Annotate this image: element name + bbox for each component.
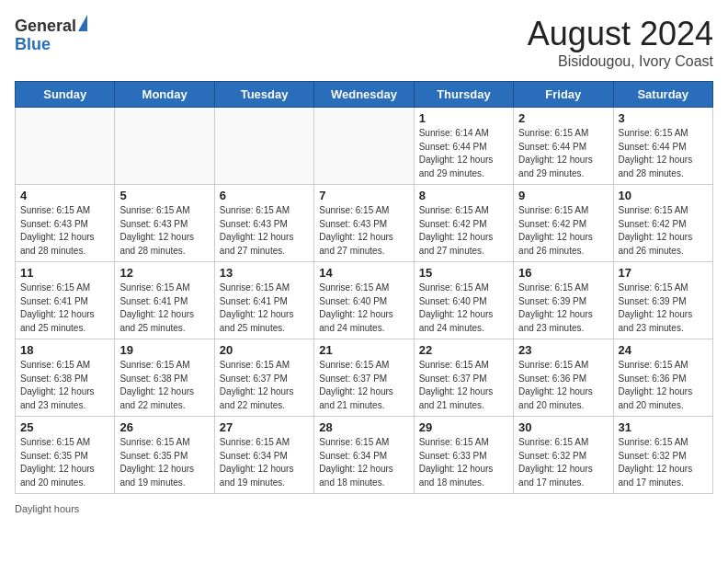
calendar-day-cell: 11Sunrise: 6:15 AM Sunset: 6:41 PM Dayli… [16, 262, 115, 339]
calendar-day-cell: 29Sunrise: 6:15 AM Sunset: 6:33 PM Dayli… [414, 417, 513, 494]
day-number: 28 [319, 420, 408, 434]
logo-triangle-icon [78, 15, 87, 31]
calendar-day-cell: 4Sunrise: 6:15 AM Sunset: 6:43 PM Daylig… [16, 185, 115, 262]
day-info: Sunrise: 6:15 AM Sunset: 6:42 PM Dayligh… [619, 204, 708, 258]
footer: Daylight hours [15, 503, 713, 514]
calendar-day-header: Tuesday [214, 82, 313, 108]
day-info: Sunrise: 6:15 AM Sunset: 6:37 PM Dayligh… [419, 359, 508, 412]
day-info: Sunrise: 6:15 AM Sunset: 6:39 PM Dayligh… [518, 282, 608, 335]
day-info: Sunrise: 6:15 AM Sunset: 6:43 PM Dayligh… [20, 204, 109, 258]
calendar-week-row: 18Sunrise: 6:15 AM Sunset: 6:38 PM Dayli… [16, 339, 713, 417]
day-info: Sunrise: 6:15 AM Sunset: 6:35 PM Dayligh… [20, 436, 109, 489]
day-number: 17 [619, 266, 708, 280]
day-number: 16 [518, 266, 608, 280]
calendar-day-cell: 12Sunrise: 6:15 AM Sunset: 6:41 PM Dayli… [115, 262, 214, 339]
day-info: Sunrise: 6:15 AM Sunset: 6:34 PM Dayligh… [319, 436, 408, 489]
calendar-day-cell: 24Sunrise: 6:15 AM Sunset: 6:36 PM Dayli… [613, 339, 712, 417]
calendar-day-cell: 13Sunrise: 6:15 AM Sunset: 6:41 PM Dayli… [214, 262, 313, 339]
day-info: Sunrise: 6:15 AM Sunset: 6:40 PM Dayligh… [319, 282, 408, 335]
calendar-day-cell: 31Sunrise: 6:15 AM Sunset: 6:32 PM Dayli… [613, 417, 712, 494]
day-info: Sunrise: 6:14 AM Sunset: 6:44 PM Dayligh… [419, 127, 508, 180]
day-info: Sunrise: 6:15 AM Sunset: 6:37 PM Dayligh… [220, 359, 309, 412]
day-info: Sunrise: 6:15 AM Sunset: 6:36 PM Dayligh… [518, 359, 608, 412]
calendar-day-cell: 2Sunrise: 6:15 AM Sunset: 6:44 PM Daylig… [514, 108, 613, 185]
calendar-day-cell [314, 108, 414, 185]
day-info: Sunrise: 6:15 AM Sunset: 6:36 PM Dayligh… [619, 359, 708, 412]
day-number: 25 [20, 420, 109, 434]
calendar-day-cell: 20Sunrise: 6:15 AM Sunset: 6:37 PM Dayli… [214, 339, 313, 417]
calendar-table: SundayMondayTuesdayWednesdayThursdayFrid… [15, 81, 713, 494]
day-number: 4 [20, 189, 109, 202]
day-info: Sunrise: 6:15 AM Sunset: 6:41 PM Dayligh… [220, 282, 309, 335]
day-info: Sunrise: 6:15 AM Sunset: 6:44 PM Dayligh… [619, 127, 708, 180]
calendar-day-cell: 16Sunrise: 6:15 AM Sunset: 6:39 PM Dayli… [514, 262, 613, 339]
day-number: 22 [419, 343, 508, 357]
day-number: 7 [319, 189, 408, 202]
day-info: Sunrise: 6:15 AM Sunset: 6:38 PM Dayligh… [20, 359, 109, 412]
calendar-day-cell: 18Sunrise: 6:15 AM Sunset: 6:38 PM Dayli… [16, 339, 115, 417]
day-number: 15 [419, 266, 508, 280]
calendar-day-cell: 15Sunrise: 6:15 AM Sunset: 6:40 PM Dayli… [414, 262, 513, 339]
calendar-day-cell: 21Sunrise: 6:15 AM Sunset: 6:37 PM Dayli… [314, 339, 414, 417]
day-number: 21 [319, 343, 408, 357]
calendar-day-cell: 30Sunrise: 6:15 AM Sunset: 6:32 PM Dayli… [514, 417, 613, 494]
day-number: 18 [20, 343, 109, 357]
day-number: 10 [619, 189, 708, 202]
day-number: 31 [619, 420, 708, 434]
day-info: Sunrise: 6:15 AM Sunset: 6:43 PM Dayligh… [319, 204, 408, 258]
calendar-day-cell: 26Sunrise: 6:15 AM Sunset: 6:35 PM Dayli… [115, 417, 214, 494]
calendar-week-row: 4Sunrise: 6:15 AM Sunset: 6:43 PM Daylig… [16, 185, 713, 262]
calendar-day-cell: 19Sunrise: 6:15 AM Sunset: 6:38 PM Dayli… [115, 339, 214, 417]
calendar-day-cell: 7Sunrise: 6:15 AM Sunset: 6:43 PM Daylig… [314, 185, 414, 262]
day-info: Sunrise: 6:15 AM Sunset: 6:40 PM Dayligh… [419, 282, 508, 335]
calendar-header-row: SundayMondayTuesdayWednesdayThursdayFrid… [16, 82, 713, 108]
day-info: Sunrise: 6:15 AM Sunset: 6:43 PM Dayligh… [220, 204, 309, 258]
day-number: 20 [220, 343, 309, 357]
calendar-day-cell: 9Sunrise: 6:15 AM Sunset: 6:42 PM Daylig… [514, 185, 613, 262]
logo-blue-text: Blue [15, 36, 51, 54]
day-number: 27 [220, 420, 309, 434]
page-header: General Blue August 2024 Bisidougou, Ivo… [15, 15, 713, 70]
day-number: 19 [119, 343, 209, 357]
calendar-day-cell: 27Sunrise: 6:15 AM Sunset: 6:34 PM Dayli… [214, 417, 313, 494]
day-info: Sunrise: 6:15 AM Sunset: 6:42 PM Dayligh… [419, 204, 508, 258]
calendar-day-cell: 1Sunrise: 6:14 AM Sunset: 6:44 PM Daylig… [414, 108, 513, 185]
calendar-day-header: Saturday [613, 82, 712, 108]
calendar-day-cell: 23Sunrise: 6:15 AM Sunset: 6:36 PM Dayli… [514, 339, 613, 417]
calendar-day-cell: 28Sunrise: 6:15 AM Sunset: 6:34 PM Dayli… [314, 417, 414, 494]
day-info: Sunrise: 6:15 AM Sunset: 6:33 PM Dayligh… [419, 436, 508, 489]
day-number: 3 [619, 111, 708, 125]
calendar-day-cell: 14Sunrise: 6:15 AM Sunset: 6:40 PM Dayli… [314, 262, 414, 339]
calendar-day-cell: 8Sunrise: 6:15 AM Sunset: 6:42 PM Daylig… [414, 185, 513, 262]
day-number: 9 [518, 189, 608, 202]
calendar-day-header: Wednesday [314, 82, 414, 108]
calendar-day-cell: 17Sunrise: 6:15 AM Sunset: 6:39 PM Dayli… [613, 262, 712, 339]
day-number: 29 [419, 420, 508, 434]
day-number: 8 [419, 189, 508, 202]
calendar-week-row: 11Sunrise: 6:15 AM Sunset: 6:41 PM Dayli… [16, 262, 713, 339]
calendar-week-row: 1Sunrise: 6:14 AM Sunset: 6:44 PM Daylig… [16, 108, 713, 185]
day-number: 23 [518, 343, 608, 357]
day-number: 6 [220, 189, 309, 202]
day-number: 14 [319, 266, 408, 280]
calendar-day-header: Friday [514, 82, 613, 108]
day-number: 26 [119, 420, 209, 434]
day-info: Sunrise: 6:15 AM Sunset: 6:43 PM Dayligh… [119, 204, 209, 258]
logo: General Blue [15, 15, 87, 54]
day-info: Sunrise: 6:15 AM Sunset: 6:32 PM Dayligh… [518, 436, 608, 489]
day-info: Sunrise: 6:15 AM Sunset: 6:35 PM Dayligh… [119, 436, 209, 489]
day-number: 13 [220, 266, 309, 280]
day-number: 30 [518, 420, 608, 434]
calendar-day-cell: 25Sunrise: 6:15 AM Sunset: 6:35 PM Dayli… [16, 417, 115, 494]
day-info: Sunrise: 6:15 AM Sunset: 6:34 PM Dayligh… [220, 436, 309, 489]
calendar-day-cell: 10Sunrise: 6:15 AM Sunset: 6:42 PM Dayli… [613, 185, 712, 262]
day-number: 1 [419, 111, 508, 125]
day-info: Sunrise: 6:15 AM Sunset: 6:39 PM Dayligh… [619, 282, 708, 335]
day-info: Sunrise: 6:15 AM Sunset: 6:32 PM Dayligh… [619, 436, 708, 489]
calendar-day-cell [16, 108, 115, 185]
day-info: Sunrise: 6:15 AM Sunset: 6:41 PM Dayligh… [119, 282, 209, 335]
calendar-day-cell: 6Sunrise: 6:15 AM Sunset: 6:43 PM Daylig… [214, 185, 313, 262]
day-info: Sunrise: 6:15 AM Sunset: 6:42 PM Dayligh… [518, 204, 608, 258]
day-number: 2 [518, 111, 608, 125]
calendar-day-cell [214, 108, 313, 185]
